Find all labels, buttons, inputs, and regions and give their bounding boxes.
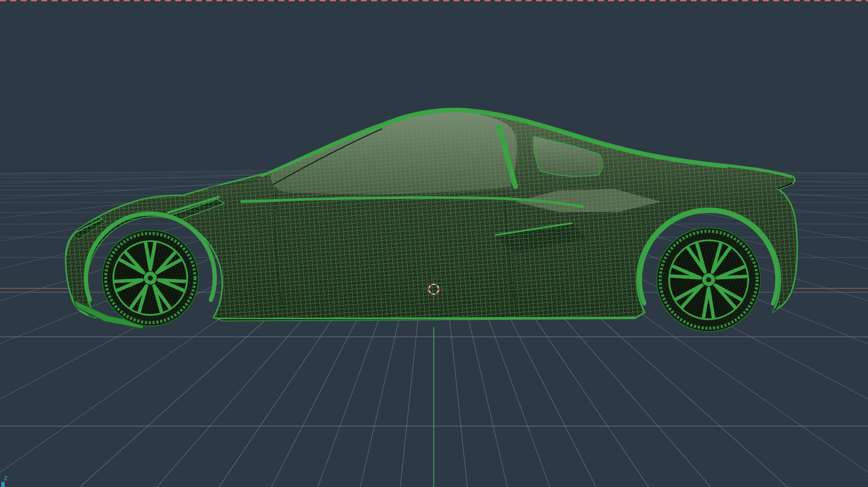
tire-mesh <box>102 230 198 326</box>
rear-wheel[interactable] <box>657 228 761 332</box>
z-axis-label: z <box>4 474 7 482</box>
front-wheel[interactable] <box>102 230 198 326</box>
tire-mesh <box>657 228 761 332</box>
3d-viewport[interactable]: z <box>0 0 868 487</box>
viewport-scene: z <box>0 0 868 487</box>
